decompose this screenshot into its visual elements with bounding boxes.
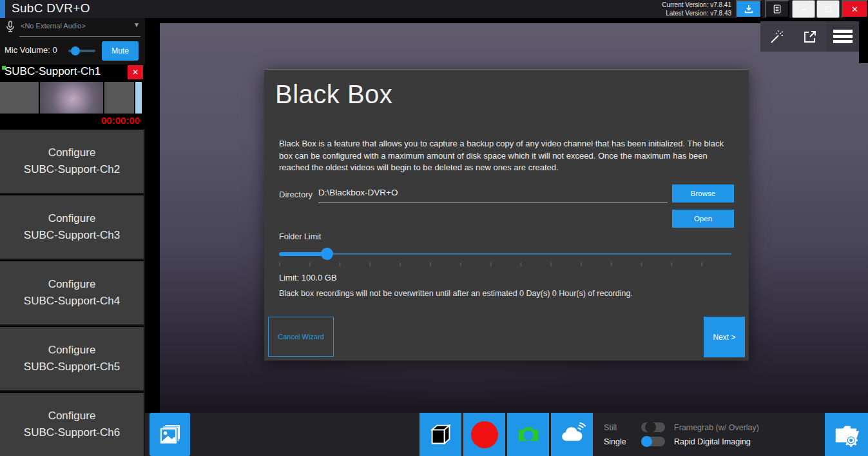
rapid-toggle[interactable] [641, 437, 665, 446]
enhance-button[interactable] [760, 21, 793, 52]
mute-button[interactable]: Mute [102, 41, 139, 61]
recording-settings-button[interactable] [825, 413, 868, 456]
channel-name-label: SUBC-Support-Ch5 [0, 359, 144, 375]
rapid-toggle-knob [641, 436, 652, 447]
dialog-description: Black Box is a feature that allows you t… [279, 138, 731, 174]
black-box-wizard-dialog: Black Box Black Box is a feature that al… [264, 69, 749, 361]
configure-channel6-button[interactable]: Configure SUBC-Support-Ch6 [0, 392, 144, 456]
cloud-upload-button[interactable] [551, 413, 593, 456]
update-download-button[interactable] [736, 0, 762, 18]
channel1-thumbnail-strip[interactable] [0, 82, 145, 114]
configure-label: Configure [0, 342, 144, 359]
thumbnail-placeholder-right [104, 82, 134, 114]
main-viewport: Black Box Black Box is a feature that al… [145, 18, 868, 456]
still-label: Still [604, 423, 641, 432]
overwrite-note: Black box recordings will not be overwri… [279, 289, 633, 298]
record-timestamp: 00:00:00 [101, 115, 140, 126]
maximize-icon [825, 6, 831, 12]
title-bar: SubC DVR+O Current Version: v7.8.41 Late… [0, 0, 868, 18]
camera-icon [514, 420, 543, 450]
minimize-button[interactable]: – [792, 0, 815, 18]
viewport-toolbar [760, 21, 859, 52]
framegrab-button[interactable] [507, 413, 549, 456]
popout-button[interactable] [793, 21, 826, 52]
bottom-bar: Still Framegrab (w/ Overlay) Single Rapi… [145, 413, 868, 456]
timestamp-row: 00:00:00 [0, 114, 145, 128]
mic-volume-slider-thumb[interactable] [71, 46, 80, 55]
channel1-close-button[interactable]: ✕ [128, 65, 143, 79]
menu-icon [833, 28, 853, 45]
framegrab-label: Framegrab (w/ Overlay) [674, 423, 759, 432]
folder-limit-label: Folder Limit [279, 232, 321, 241]
current-version: Current Version: v7.8.41 [662, 1, 731, 9]
close-button[interactable]: ✕ [842, 0, 868, 18]
cancel-wizard-button[interactable]: Cancel Wizard [268, 317, 334, 357]
maximize-button[interactable] [816, 0, 840, 18]
framegrab-toggle[interactable] [641, 422, 665, 432]
channel-name-label: SUBC-Support-Ch6 [0, 424, 144, 441]
audio-underline [19, 36, 140, 37]
record-icon [471, 421, 498, 448]
folder-limit-fill [279, 252, 327, 256]
imaging-toggles: Still Framegrab (w/ Overlay) Single Rapi… [604, 413, 759, 456]
limit-value-text: Limit: 100.0 GB [279, 273, 337, 283]
manual-icon [772, 4, 782, 14]
record-button[interactable] [463, 413, 505, 456]
capture-buttons [420, 413, 593, 456]
folder-limit-ticks [279, 263, 731, 266]
mic-volume-label: Mic Volume: 0 [5, 45, 57, 55]
framegrab-toggle-knob [645, 422, 656, 433]
folder-limit-track[interactable] [279, 253, 731, 255]
browse-button[interactable]: Browse [672, 184, 734, 203]
dialog-title: Black Box [275, 80, 392, 109]
configure-channel5-button[interactable]: Configure SUBC-Support-Ch5 [0, 326, 144, 390]
next-button[interactable]: Next > [704, 317, 745, 357]
rapid-toggle-row: Single Rapid Digital Imaging [604, 437, 759, 446]
channel1-name: SUBC-Support-Ch1 [5, 65, 101, 78]
mic-volume-row: Mic Volume: 0 Mute [0, 39, 145, 63]
configure-label: Configure [0, 144, 144, 161]
corner-patch [859, 18, 868, 63]
video-thumbnail[interactable] [40, 82, 103, 114]
app-title: SubC DVR+O [12, 1, 90, 15]
download-icon [744, 4, 754, 14]
framegrab-toggle-row: Still Framegrab (w/ Overlay) [604, 422, 759, 432]
images-icon [157, 422, 183, 448]
cloud-icon [557, 420, 587, 450]
channel-name-label: SUBC-Support-Ch4 [0, 293, 144, 310]
configure-label: Configure [0, 408, 144, 424]
version-info: Current Version: v7.8.41 Latest Version:… [662, 1, 731, 17]
titlebar-accent [0, 0, 5, 18]
chevron-down-icon[interactable]: ▼ [133, 21, 140, 28]
folder-limit-thumb[interactable] [321, 248, 333, 260]
channel-name-label: SUBC-Support-Ch3 [0, 227, 144, 244]
configure-label: Configure [0, 210, 144, 227]
manual-button[interactable] [765, 0, 789, 18]
open-button[interactable]: Open [672, 210, 734, 228]
audio-source-dropdown[interactable]: <No External Audio> [21, 22, 140, 30]
image-gallery-button[interactable] [149, 413, 190, 456]
wand-icon [769, 28, 786, 45]
blackbox-icon [426, 420, 456, 450]
black-box-button[interactable] [420, 413, 461, 456]
channel1-header: SUBC-Support-Ch1 ✕ [0, 64, 145, 82]
channel-name-label: SUBC-Support-Ch2 [0, 161, 144, 178]
menu-button[interactable] [826, 21, 859, 52]
thumbnail-scrollbar[interactable] [135, 82, 142, 114]
mic-volume-slider[interactable] [68, 50, 95, 52]
configure-channel4-button[interactable]: Configure SUBC-Support-Ch4 [0, 260, 144, 324]
folder-limit-slider[interactable] [279, 248, 731, 262]
directory-input[interactable]: D:\Blackbox-DVR+O [318, 188, 668, 203]
thumbnail-placeholder-left [0, 82, 39, 114]
configure-channel3-button[interactable]: Configure SUBC-Support-Ch3 [0, 194, 144, 259]
open-external-icon [802, 29, 818, 45]
folder-gear-icon [832, 420, 862, 450]
configure-channel2-button[interactable]: Configure SUBC-Support-Ch2 [0, 128, 144, 193]
directory-label: Directory [279, 190, 313, 199]
rapid-label: Rapid Digital Imaging [674, 437, 751, 446]
sidebar: <No External Audio> ▼ Mic Volume: 0 Mute… [0, 18, 145, 456]
audio-source-row: <No External Audio> ▼ [0, 18, 145, 37]
latest-version: Latest Version: v7.8.43 [662, 9, 731, 17]
microphone-icon [5, 20, 16, 34]
single-label: Single [604, 437, 641, 446]
